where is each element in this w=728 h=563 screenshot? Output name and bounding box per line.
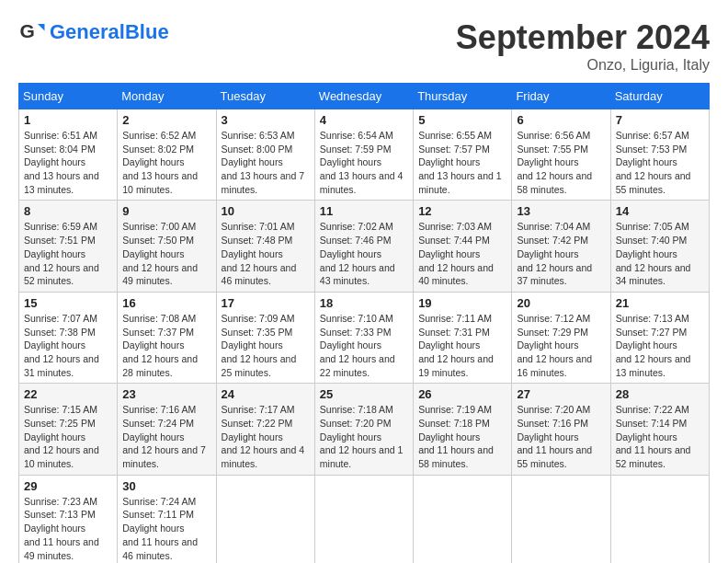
day-number: 19 — [418, 296, 506, 310]
day-info: Sunrise: 6:56 AM Sunset: 7:55 PM Dayligh… — [517, 129, 605, 196]
day-info: Sunrise: 7:12 AM Sunset: 7:29 PM Dayligh… — [517, 312, 605, 379]
day-info: Sunrise: 7:03 AM Sunset: 7:44 PM Dayligh… — [418, 220, 506, 287]
day-info: Sunrise: 7:09 AM Sunset: 7:35 PM Dayligh… — [222, 312, 310, 379]
calendar-day-cell: 15 Sunrise: 7:07 AM Sunset: 7:38 PM Dayl… — [19, 292, 118, 383]
day-number: 11 — [320, 204, 408, 218]
day-info: Sunrise: 7:24 AM Sunset: 7:11 PM Dayligh… — [122, 495, 210, 562]
calendar-day-cell: 3 Sunrise: 6:53 AM Sunset: 8:00 PM Dayli… — [216, 109, 314, 201]
day-info: Sunrise: 6:51 AM Sunset: 8:04 PM Dayligh… — [24, 129, 112, 196]
calendar-day-cell — [216, 475, 314, 563]
day-number: 16 — [122, 296, 210, 310]
day-info: Sunrise: 7:20 AM Sunset: 7:16 PM Dayligh… — [517, 403, 605, 470]
day-number: 7 — [616, 113, 704, 127]
day-number: 5 — [418, 113, 506, 127]
calendar-week-row: 15 Sunrise: 7:07 AM Sunset: 7:38 PM Dayl… — [19, 292, 710, 383]
calendar-day-cell: 5 Sunrise: 6:55 AM Sunset: 7:57 PM Dayli… — [414, 109, 512, 201]
calendar-day-cell: 11 Sunrise: 7:02 AM Sunset: 7:46 PM Dayl… — [314, 201, 413, 292]
day-number: 8 — [24, 204, 112, 218]
day-info: Sunrise: 6:57 AM Sunset: 7:53 PM Dayligh… — [616, 129, 704, 196]
day-info: Sunrise: 7:22 AM Sunset: 7:14 PM Dayligh… — [616, 403, 704, 470]
calendar-day-cell: 14 Sunrise: 7:05 AM Sunset: 7:40 PM Dayl… — [610, 201, 709, 292]
day-info: Sunrise: 7:17 AM Sunset: 7:22 PM Dayligh… — [222, 403, 310, 470]
calendar-day-cell: 20 Sunrise: 7:12 AM Sunset: 7:29 PM Dayl… — [512, 292, 610, 383]
day-info: Sunrise: 7:02 AM Sunset: 7:46 PM Dayligh… — [320, 220, 408, 287]
day-of-week-header: Friday — [512, 84, 610, 109]
day-number: 29 — [24, 479, 112, 493]
calendar-day-cell: 27 Sunrise: 7:20 AM Sunset: 7:16 PM Dayl… — [512, 384, 610, 475]
logo-blue: Blue — [125, 20, 169, 43]
svg-marker-1 — [38, 24, 45, 31]
day-number: 21 — [616, 296, 704, 310]
calendar: SundayMondayTuesdayWednesdayThursdayFrid… — [18, 83, 710, 563]
day-of-week-header: Thursday — [414, 84, 512, 109]
calendar-day-cell: 17 Sunrise: 7:09 AM Sunset: 7:35 PM Dayl… — [216, 292, 314, 383]
calendar-day-cell: 8 Sunrise: 6:59 AM Sunset: 7:51 PM Dayli… — [19, 201, 118, 292]
day-number: 6 — [517, 113, 605, 127]
calendar-day-cell: 4 Sunrise: 6:54 AM Sunset: 7:59 PM Dayli… — [314, 109, 413, 201]
calendar-day-cell — [314, 475, 413, 563]
calendar-day-cell: 16 Sunrise: 7:08 AM Sunset: 7:37 PM Dayl… — [118, 292, 216, 383]
logo-text: GeneralBlue — [50, 20, 169, 44]
calendar-day-cell: 28 Sunrise: 7:22 AM Sunset: 7:14 PM Dayl… — [610, 384, 709, 475]
calendar-day-cell: 24 Sunrise: 7:17 AM Sunset: 7:22 PM Dayl… — [216, 384, 314, 475]
day-number: 17 — [222, 296, 310, 310]
day-info: Sunrise: 6:54 AM Sunset: 7:59 PM Dayligh… — [320, 129, 408, 196]
day-number: 18 — [320, 296, 408, 310]
calendar-day-cell: 10 Sunrise: 7:01 AM Sunset: 7:48 PM Dayl… — [216, 201, 314, 292]
day-number: 25 — [320, 387, 408, 401]
calendar-day-cell: 30 Sunrise: 7:24 AM Sunset: 7:11 PM Dayl… — [118, 475, 216, 563]
calendar-week-row: 1 Sunrise: 6:51 AM Sunset: 8:04 PM Dayli… — [19, 109, 710, 201]
day-info: Sunrise: 6:53 AM Sunset: 8:00 PM Dayligh… — [222, 129, 310, 196]
calendar-day-cell: 26 Sunrise: 7:19 AM Sunset: 7:18 PM Dayl… — [414, 384, 512, 475]
calendar-week-row: 29 Sunrise: 7:23 AM Sunset: 7:13 PM Dayl… — [19, 475, 710, 563]
calendar-week-row: 22 Sunrise: 7:15 AM Sunset: 7:25 PM Dayl… — [19, 384, 710, 475]
day-of-week-header: Wednesday — [314, 84, 413, 109]
day-info: Sunrise: 7:16 AM Sunset: 7:24 PM Dayligh… — [122, 403, 210, 470]
day-number: 30 — [122, 479, 210, 493]
calendar-day-cell: 29 Sunrise: 7:23 AM Sunset: 7:13 PM Dayl… — [19, 475, 118, 563]
svg-text:G: G — [20, 20, 35, 41]
day-info: Sunrise: 7:10 AM Sunset: 7:33 PM Dayligh… — [320, 312, 408, 379]
day-number: 12 — [418, 204, 506, 218]
day-info: Sunrise: 7:13 AM Sunset: 7:27 PM Dayligh… — [616, 312, 704, 379]
calendar-day-cell: 23 Sunrise: 7:16 AM Sunset: 7:24 PM Dayl… — [118, 384, 216, 475]
calendar-day-cell: 1 Sunrise: 6:51 AM Sunset: 8:04 PM Dayli… — [19, 109, 118, 201]
day-info: Sunrise: 7:18 AM Sunset: 7:20 PM Dayligh… — [320, 403, 408, 470]
day-number: 27 — [517, 387, 605, 401]
calendar-day-cell: 19 Sunrise: 7:11 AM Sunset: 7:31 PM Dayl… — [414, 292, 512, 383]
calendar-day-cell: 25 Sunrise: 7:18 AM Sunset: 7:20 PM Dayl… — [314, 384, 413, 475]
location: Onzo, Liguria, Italy — [456, 57, 710, 74]
day-info: Sunrise: 7:11 AM Sunset: 7:31 PM Dayligh… — [418, 312, 506, 379]
calendar-day-cell: 9 Sunrise: 7:00 AM Sunset: 7:50 PM Dayli… — [118, 201, 216, 292]
day-number: 28 — [616, 387, 704, 401]
calendar-day-cell: 18 Sunrise: 7:10 AM Sunset: 7:33 PM Dayl… — [314, 292, 413, 383]
day-number: 2 — [122, 113, 210, 127]
calendar-day-cell: 22 Sunrise: 7:15 AM Sunset: 7:25 PM Dayl… — [19, 384, 118, 475]
calendar-day-cell — [414, 475, 512, 563]
header: G GeneralBlue September 2024 Onzo, Ligur… — [18, 18, 710, 74]
calendar-day-cell — [512, 475, 610, 563]
day-of-week-header: Monday — [118, 84, 216, 109]
day-number: 14 — [616, 204, 704, 218]
logo-icon: G — [18, 18, 46, 46]
day-number: 23 — [122, 387, 210, 401]
day-of-week-header: Sunday — [19, 84, 118, 109]
day-of-week-header: Saturday — [610, 84, 709, 109]
day-number: 22 — [24, 387, 112, 401]
day-number: 20 — [517, 296, 605, 310]
day-number: 13 — [517, 204, 605, 218]
day-info: Sunrise: 7:05 AM Sunset: 7:40 PM Dayligh… — [616, 220, 704, 287]
day-number: 9 — [122, 204, 210, 218]
day-number: 4 — [320, 113, 408, 127]
day-number: 10 — [222, 204, 310, 218]
day-info: Sunrise: 7:23 AM Sunset: 7:13 PM Dayligh… — [24, 495, 112, 562]
day-info: Sunrise: 7:00 AM Sunset: 7:50 PM Dayligh… — [122, 220, 210, 287]
day-info: Sunrise: 7:08 AM Sunset: 7:37 PM Dayligh… — [122, 312, 210, 379]
day-info: Sunrise: 6:59 AM Sunset: 7:51 PM Dayligh… — [24, 220, 112, 287]
logo-general: General — [50, 20, 125, 43]
day-number: 15 — [24, 296, 112, 310]
day-info: Sunrise: 6:55 AM Sunset: 7:57 PM Dayligh… — [418, 129, 506, 196]
day-info: Sunrise: 7:19 AM Sunset: 7:18 PM Dayligh… — [418, 403, 506, 470]
month-title: September 2024 — [456, 18, 710, 57]
day-info: Sunrise: 6:52 AM Sunset: 8:02 PM Dayligh… — [122, 129, 210, 196]
